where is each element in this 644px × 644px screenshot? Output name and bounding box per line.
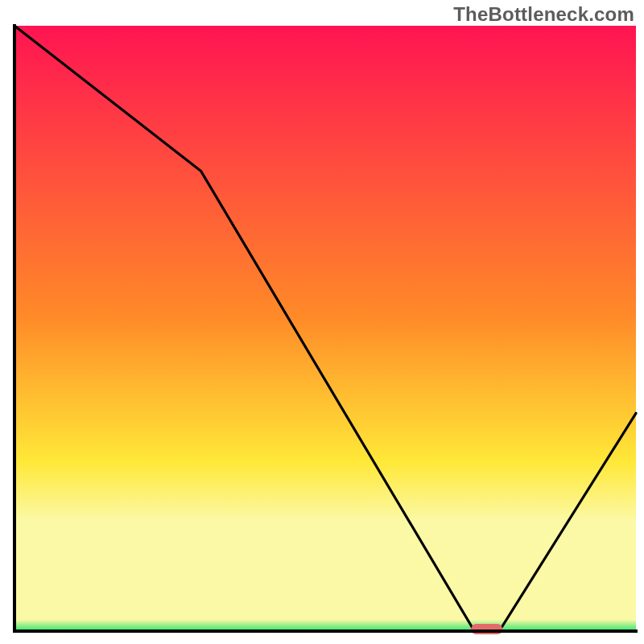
chart-frame: TheBottleneck.com <box>0 0 644 644</box>
bottleneck-chart <box>0 0 644 644</box>
plot-background <box>14 26 636 631</box>
optimal-marker <box>471 624 502 634</box>
